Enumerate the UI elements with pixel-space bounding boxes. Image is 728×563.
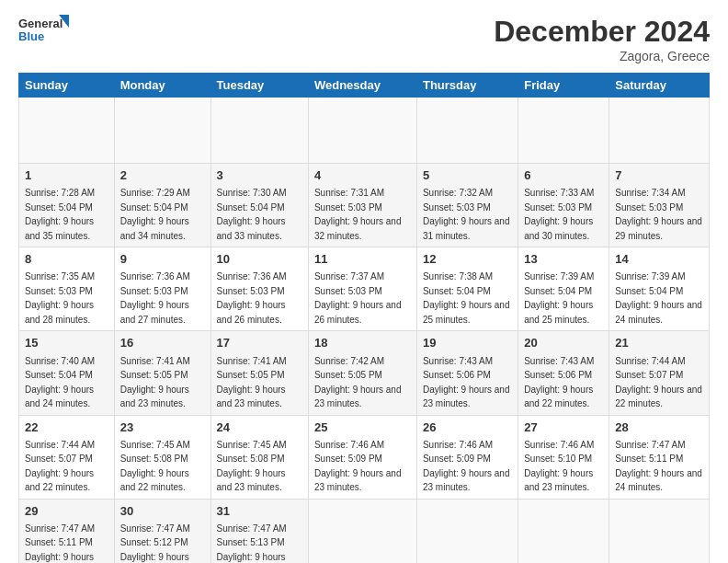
- svg-text:Blue: Blue: [18, 29, 44, 43]
- cell-info: Sunrise: 7:47 AMSunset: 5:11 PMDaylight:…: [25, 523, 95, 563]
- col-saturday: Saturday: [609, 74, 710, 98]
- cell-info: Sunrise: 7:42 AMSunset: 5:05 PMDaylight:…: [314, 356, 402, 409]
- cell-info: Sunrise: 7:28 AMSunset: 5:04 PMDaylight:…: [25, 188, 95, 241]
- table-row: [518, 499, 609, 563]
- cell-info: Sunrise: 7:39 AMSunset: 5:04 PMDaylight:…: [615, 271, 702, 325]
- table-row: 20Sunrise: 7:43 AMSunset: 5:06 PMDayligh…: [518, 331, 609, 415]
- cell-info: Sunrise: 7:46 AMSunset: 5:10 PMDaylight:…: [524, 440, 594, 493]
- table-row: [19, 98, 115, 164]
- col-monday: Monday: [114, 74, 210, 98]
- svg-text:General: General: [18, 17, 63, 30]
- table-row: [518, 98, 609, 164]
- table-row: 15Sunrise: 7:40 AMSunset: 5:04 PMDayligh…: [19, 331, 115, 415]
- table-row: 27Sunrise: 7:46 AMSunset: 5:10 PMDayligh…: [518, 415, 609, 499]
- table-row: 6Sunrise: 7:33 AMSunset: 5:03 PMDaylight…: [518, 164, 609, 247]
- col-thursday: Thursday: [416, 74, 518, 98]
- table-row: 24Sunrise: 7:45 AMSunset: 5:08 PMDayligh…: [210, 415, 308, 499]
- day-number: 9: [120, 251, 205, 268]
- cell-info: Sunrise: 7:34 AMSunset: 5:03 PMDaylight:…: [615, 188, 702, 241]
- table-row: 12Sunrise: 7:38 AMSunset: 5:04 PMDayligh…: [416, 247, 518, 331]
- table-row: 28Sunrise: 7:47 AMSunset: 5:11 PMDayligh…: [609, 415, 710, 499]
- logo-icon: General Blue: [18, 15, 69, 46]
- table-row: 16Sunrise: 7:41 AMSunset: 5:05 PMDayligh…: [114, 331, 210, 415]
- calendar-table: Sunday Monday Tuesday Wednesday Thursday…: [18, 73, 710, 563]
- day-number: 16: [120, 335, 205, 351]
- day-number: 11: [314, 251, 411, 268]
- cell-info: Sunrise: 7:44 AMSunset: 5:07 PMDaylight:…: [25, 440, 95, 493]
- table-row: 1Sunrise: 7:28 AMSunset: 5:04 PMDaylight…: [19, 164, 115, 247]
- table-row: 11Sunrise: 7:37 AMSunset: 5:03 PMDayligh…: [308, 247, 416, 331]
- cell-info: Sunrise: 7:40 AMSunset: 5:04 PMDaylight:…: [25, 356, 95, 409]
- day-number: 19: [423, 335, 512, 351]
- col-friday: Friday: [518, 74, 609, 98]
- day-number: 2: [120, 167, 205, 184]
- table-row: 17Sunrise: 7:41 AMSunset: 5:05 PMDayligh…: [210, 331, 308, 415]
- cell-info: Sunrise: 7:46 AMSunset: 5:09 PMDaylight:…: [314, 440, 402, 493]
- logo: General Blue: [18, 15, 73, 46]
- table-row: 5Sunrise: 7:32 AMSunset: 5:03 PMDaylight…: [416, 164, 518, 247]
- cell-info: Sunrise: 7:46 AMSunset: 5:09 PMDaylight:…: [423, 440, 510, 493]
- cell-info: Sunrise: 7:29 AMSunset: 5:04 PMDaylight:…: [120, 188, 190, 241]
- table-row: 22Sunrise: 7:44 AMSunset: 5:07 PMDayligh…: [19, 415, 115, 499]
- table-row: 14Sunrise: 7:39 AMSunset: 5:04 PMDayligh…: [609, 247, 710, 331]
- cell-info: Sunrise: 7:31 AMSunset: 5:03 PMDaylight:…: [314, 188, 402, 241]
- cell-info: Sunrise: 7:36 AMSunset: 5:03 PMDaylight:…: [217, 271, 287, 325]
- day-number: 3: [217, 167, 302, 184]
- col-sunday: Sunday: [19, 74, 115, 98]
- page-container: General Blue December 2024 Zagora, Greec…: [0, 0, 728, 563]
- day-number: 6: [524, 167, 603, 184]
- calendar-body: 1Sunrise: 7:28 AMSunset: 5:04 PMDaylight…: [19, 98, 710, 564]
- day-number: 23: [120, 419, 205, 436]
- day-number: 26: [423, 419, 512, 436]
- cell-info: Sunrise: 7:30 AMSunset: 5:04 PMDaylight:…: [217, 188, 287, 241]
- day-number: 29: [25, 503, 108, 520]
- cell-info: Sunrise: 7:32 AMSunset: 5:03 PMDaylight:…: [423, 188, 510, 241]
- cell-info: Sunrise: 7:45 AMSunset: 5:08 PMDaylight:…: [217, 440, 287, 493]
- table-row: 18Sunrise: 7:42 AMSunset: 5:05 PMDayligh…: [308, 331, 416, 415]
- day-number: 31: [217, 503, 302, 520]
- table-row: [609, 499, 710, 563]
- cell-info: Sunrise: 7:41 AMSunset: 5:05 PMDaylight:…: [217, 356, 287, 409]
- cell-info: Sunrise: 7:41 AMSunset: 5:05 PMDaylight:…: [120, 356, 190, 409]
- cell-info: Sunrise: 7:45 AMSunset: 5:08 PMDaylight:…: [120, 440, 190, 493]
- day-number: 7: [615, 167, 703, 184]
- day-number: 30: [120, 503, 205, 520]
- cell-info: Sunrise: 7:36 AMSunset: 5:03 PMDaylight:…: [120, 271, 190, 325]
- table-row: 3Sunrise: 7:30 AMSunset: 5:04 PMDaylight…: [210, 164, 308, 247]
- day-number: 20: [524, 335, 603, 351]
- day-number: 24: [217, 419, 302, 436]
- table-row: [308, 499, 416, 563]
- table-row: 25Sunrise: 7:46 AMSunset: 5:09 PMDayligh…: [308, 415, 416, 499]
- cell-info: Sunrise: 7:47 AMSunset: 5:11 PMDaylight:…: [615, 440, 702, 493]
- header: General Blue December 2024 Zagora, Greec…: [18, 15, 710, 63]
- calendar-week-4: 22Sunrise: 7:44 AMSunset: 5:07 PMDayligh…: [19, 415, 710, 499]
- calendar-week-1: 1Sunrise: 7:28 AMSunset: 5:04 PMDaylight…: [19, 164, 710, 247]
- main-title: December 2024: [494, 15, 710, 49]
- calendar-week-0: [19, 98, 710, 164]
- table-row: 10Sunrise: 7:36 AMSunset: 5:03 PMDayligh…: [210, 247, 308, 331]
- table-row: 2Sunrise: 7:29 AMSunset: 5:04 PMDaylight…: [114, 164, 210, 247]
- table-row: 31Sunrise: 7:47 AMSunset: 5:13 PMDayligh…: [210, 499, 308, 563]
- cell-info: Sunrise: 7:44 AMSunset: 5:07 PMDaylight:…: [615, 356, 702, 409]
- table-row: 19Sunrise: 7:43 AMSunset: 5:06 PMDayligh…: [416, 331, 518, 415]
- table-row: 13Sunrise: 7:39 AMSunset: 5:04 PMDayligh…: [518, 247, 609, 331]
- table-row: 23Sunrise: 7:45 AMSunset: 5:08 PMDayligh…: [114, 415, 210, 499]
- calendar-week-2: 8Sunrise: 7:35 AMSunset: 5:03 PMDaylight…: [19, 247, 710, 331]
- day-number: 25: [314, 419, 411, 436]
- col-wednesday: Wednesday: [308, 74, 416, 98]
- day-number: 5: [423, 167, 512, 184]
- day-number: 12: [423, 251, 512, 268]
- cell-info: Sunrise: 7:38 AMSunset: 5:04 PMDaylight:…: [423, 271, 510, 325]
- day-number: 1: [25, 167, 108, 184]
- day-number: 27: [524, 419, 603, 436]
- table-row: 26Sunrise: 7:46 AMSunset: 5:09 PMDayligh…: [416, 415, 518, 499]
- cell-info: Sunrise: 7:47 AMSunset: 5:12 PMDaylight:…: [120, 523, 190, 563]
- calendar-week-5: 29Sunrise: 7:47 AMSunset: 5:11 PMDayligh…: [19, 499, 710, 563]
- table-row: 30Sunrise: 7:47 AMSunset: 5:12 PMDayligh…: [114, 499, 210, 563]
- table-row: [609, 98, 710, 164]
- title-block: December 2024 Zagora, Greece: [494, 15, 710, 63]
- subtitle: Zagora, Greece: [494, 49, 710, 63]
- day-number: 14: [615, 251, 703, 268]
- col-tuesday: Tuesday: [210, 74, 308, 98]
- table-row: 29Sunrise: 7:47 AMSunset: 5:11 PMDayligh…: [19, 499, 115, 563]
